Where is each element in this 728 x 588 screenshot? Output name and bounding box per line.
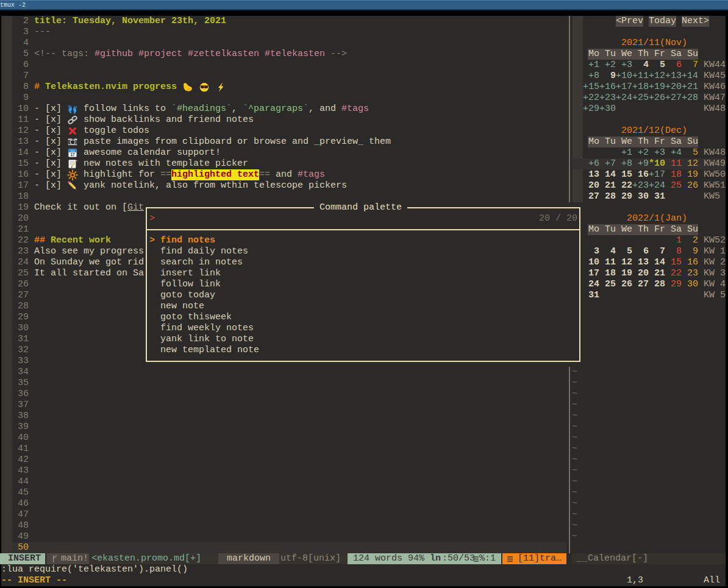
svg-text:17: 17 xyxy=(70,152,75,157)
